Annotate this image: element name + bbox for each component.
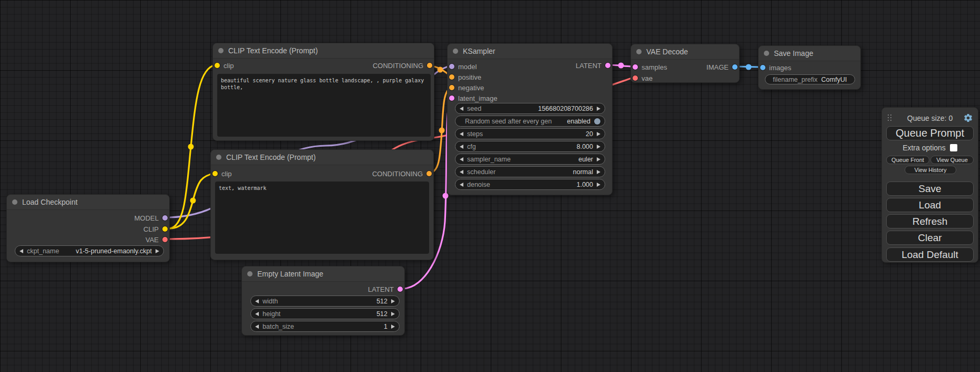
node-title: KSampler xyxy=(463,47,495,55)
collapse-dot-icon[interactable] xyxy=(247,271,253,276)
decrement-icon[interactable] xyxy=(460,145,463,149)
clip-input-dot[interactable] xyxy=(212,171,218,176)
decrement-icon[interactable] xyxy=(20,249,23,253)
decrement-icon[interactable] xyxy=(255,325,259,329)
increment-icon[interactable] xyxy=(597,157,600,161)
node-title-bar[interactable]: CLIP Text Encode (Prompt) xyxy=(211,150,433,165)
random-seed-widget[interactable]: Random seed after every gen enabled xyxy=(455,116,605,127)
node-ksampler[interactable]: KSampler LATENT model positive negative … xyxy=(447,43,613,195)
node-title-bar[interactable]: CLIP Text Encode (Prompt) xyxy=(213,43,434,59)
vae-output-dot[interactable] xyxy=(162,237,168,242)
node-clip-text-encode-negative[interactable]: CLIP Text Encode (Prompt) clip CONDITION… xyxy=(210,149,434,260)
load-button[interactable]: Load xyxy=(886,198,974,212)
denoise-widget[interactable]: denoise 1.000 xyxy=(455,179,605,190)
negative-input-dot[interactable] xyxy=(449,85,454,90)
positive-input-dot[interactable] xyxy=(449,74,454,80)
node-empty-latent-image[interactable]: Empty Latent Image LATENT width 512 heig… xyxy=(241,266,405,336)
decrement-icon[interactable] xyxy=(460,132,463,136)
decrement-icon[interactable] xyxy=(460,170,463,174)
collapse-dot-icon[interactable] xyxy=(12,199,17,205)
input-slot-samples: samples xyxy=(633,62,667,72)
increment-icon[interactable] xyxy=(391,325,395,329)
node-title-bar[interactable]: KSampler xyxy=(448,44,612,59)
increment-icon[interactable] xyxy=(391,299,395,303)
height-widget[interactable]: height 512 xyxy=(250,308,400,319)
widget-value: 20 xyxy=(586,130,593,138)
width-widget[interactable]: width 512 xyxy=(250,295,400,307)
increment-icon[interactable] xyxy=(156,249,159,253)
widget-value: 512 xyxy=(376,298,387,305)
increment-icon[interactable] xyxy=(391,312,395,316)
widget-value: 1 xyxy=(384,323,387,330)
increment-icon[interactable] xyxy=(597,132,600,136)
widget-label: height xyxy=(263,310,280,318)
node-clip-text-encode-positive[interactable]: CLIP Text Encode (Prompt) clip CONDITION… xyxy=(212,43,434,141)
load-default-button[interactable]: Load Default xyxy=(886,247,974,262)
prompt-textarea[interactable]: beautiful scenery nature glass bottle la… xyxy=(217,74,431,137)
increment-icon[interactable] xyxy=(597,170,600,174)
node-load-checkpoint[interactable]: Load Checkpoint MODEL CLIP VAE ckpt_name… xyxy=(6,194,170,262)
increment-icon[interactable] xyxy=(597,145,600,149)
cfg-widget[interactable]: cfg 8.000 xyxy=(455,141,605,152)
ckpt-name-widget[interactable]: ckpt_name v1-5-pruned-emaonly.ckpt xyxy=(15,245,164,256)
save-button[interactable]: Save xyxy=(886,182,974,196)
node-title-bar[interactable]: Save Image xyxy=(759,46,860,61)
widget-label: filename_prefix xyxy=(773,76,818,83)
decrement-icon[interactable] xyxy=(460,157,463,161)
collapse-dot-icon[interactable] xyxy=(216,155,221,160)
images-input-dot[interactable] xyxy=(760,65,765,70)
decrement-icon[interactable] xyxy=(460,183,463,187)
clip-output-dot[interactable] xyxy=(162,226,168,232)
clear-button[interactable]: Clear xyxy=(886,231,974,245)
vae-input-dot[interactable] xyxy=(633,75,638,81)
node-save-image[interactable]: Save Image images filename_prefix ComfyU… xyxy=(758,45,861,90)
sampler-name-widget[interactable]: sampler_name euler xyxy=(455,154,605,165)
settings-gear-icon[interactable] xyxy=(963,113,973,123)
extra-options-checkbox[interactable] xyxy=(950,144,957,151)
increment-icon[interactable] xyxy=(597,183,600,187)
latent-image-input-dot[interactable] xyxy=(449,96,454,101)
increment-icon[interactable] xyxy=(597,107,600,111)
node-vae-decode[interactable]: VAE Decode samples vae IMAGE xyxy=(630,44,740,83)
view-history-button[interactable]: View History xyxy=(905,166,956,174)
seed-widget[interactable]: seed 156680208700286 xyxy=(455,103,605,114)
widget-value: 156680208700286 xyxy=(538,105,593,112)
collapse-dot-icon[interactable] xyxy=(636,49,642,54)
decrement-icon[interactable] xyxy=(255,299,259,303)
conditioning-output-dot[interactable] xyxy=(426,171,432,176)
model-input-dot[interactable] xyxy=(449,64,454,69)
view-queue-button[interactable]: View Queue xyxy=(930,156,974,164)
output-label: CLIP xyxy=(143,225,159,233)
latent-output-dot[interactable] xyxy=(397,287,403,292)
widget-label: cfg xyxy=(467,143,476,150)
queue-panel: Queue size: 0 Queue Prompt Extra options… xyxy=(881,107,978,263)
model-output-dot[interactable] xyxy=(162,215,168,221)
widget-value: 1.000 xyxy=(577,181,593,188)
batch-size-widget[interactable]: batch_size 1 xyxy=(250,321,400,332)
scheduler-widget[interactable]: scheduler normal xyxy=(455,166,605,177)
link-midpoint-dot xyxy=(190,198,196,204)
collapse-dot-icon[interactable] xyxy=(453,49,458,54)
collapse-dot-icon[interactable] xyxy=(764,51,769,56)
filename-prefix-widget[interactable]: filename_prefix ComfyUI xyxy=(765,74,855,84)
toggle-enabled-icon[interactable] xyxy=(594,118,600,125)
link-midpoint-dot xyxy=(746,64,752,70)
decrement-icon[interactable] xyxy=(255,312,259,316)
steps-widget[interactable]: steps 20 xyxy=(455,128,605,139)
image-output-dot[interactable] xyxy=(732,64,738,70)
clip-input-dot[interactable] xyxy=(215,63,220,68)
queue-front-button[interactable]: Queue Front xyxy=(886,156,929,164)
latent-output-dot[interactable] xyxy=(605,63,610,68)
collapse-dot-icon[interactable] xyxy=(218,48,224,53)
decrement-icon[interactable] xyxy=(460,107,463,111)
node-title-bar[interactable]: Empty Latent Image xyxy=(242,266,404,282)
node-title-bar[interactable]: Load Checkpoint xyxy=(7,195,169,210)
queue-prompt-button[interactable]: Queue Prompt xyxy=(886,126,974,140)
refresh-button[interactable]: Refresh xyxy=(886,214,974,228)
output-slot-vae: VAE xyxy=(145,234,168,245)
samples-input-dot[interactable] xyxy=(633,64,638,70)
node-title-bar[interactable]: VAE Decode xyxy=(631,44,739,60)
widget-label: seed xyxy=(467,105,481,112)
prompt-textarea[interactable]: text, watermark xyxy=(215,182,429,254)
conditioning-output-dot[interactable] xyxy=(427,63,432,68)
